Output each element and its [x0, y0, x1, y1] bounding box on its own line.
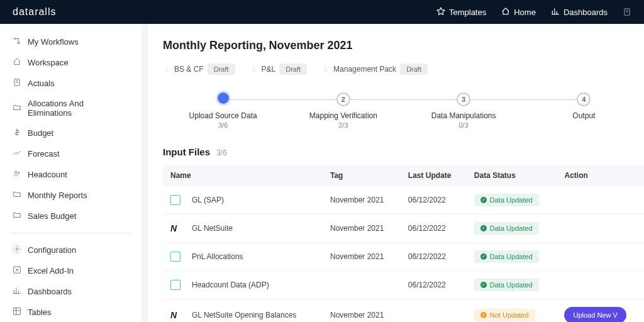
- sidebar-item-excel-add-in[interactable]: Excel Add-In: [0, 260, 142, 281]
- cell-tag: [323, 271, 401, 299]
- table-row: PnL AllocationsNovember 202106/12/2022Da…: [163, 243, 644, 271]
- trend-icon: [13, 148, 21, 159]
- cell-updated: 06/12/2022: [401, 271, 467, 299]
- sidebar-item-budget[interactable]: Budget: [0, 123, 142, 143]
- input-files-table: NameTagLast UpdateData StatusAction GL (…: [163, 165, 644, 322]
- topnav-dashboards[interactable]: Dashboards: [551, 7, 608, 18]
- breadcrumb: BS & CFDraftP&LDraftManagement PackDraft: [163, 64, 644, 75]
- cell-updated: 06/12/2022: [401, 186, 467, 214]
- step-3[interactable]: 3Data Manipulations0/3: [404, 92, 524, 129]
- upload-button[interactable]: Upload New V: [564, 307, 626, 322]
- download-icon: [163, 65, 170, 74]
- step-4[interactable]: 4Output: [524, 92, 644, 120]
- sidebar-item-dashboards[interactable]: Dashboards: [0, 281, 142, 302]
- sidebar-item-label: Sales Budget: [28, 211, 76, 221]
- dollar-icon: [13, 128, 21, 138]
- svg-point-1: [14, 38, 15, 39]
- status-dot-icon: [480, 312, 487, 318]
- sidebar-item-headcount[interactable]: Headcount: [0, 164, 142, 185]
- sidebar-item-allocations-and-eliminations[interactable]: Allocations And Eliminations: [0, 94, 142, 123]
- netsuite-icon: N: [170, 223, 180, 233]
- sidebar: My WorkflowsWorkspaceActualsAllocations …: [0, 24, 142, 322]
- breadcrumb-p-l[interactable]: P&LDraft: [250, 64, 308, 75]
- col-last-update: Last Update: [401, 165, 467, 186]
- status-dot-icon: [480, 253, 487, 260]
- status-pill: Data Updated: [474, 250, 539, 263]
- step-2[interactable]: 2Mapping Verification2/3: [283, 92, 403, 129]
- stepper: Upload Source Data3/62Mapping Verificati…: [163, 92, 644, 129]
- breadcrumb-bs-cf[interactable]: BS & CFDraft: [163, 64, 235, 75]
- sidebar-item-label: Actuals: [28, 79, 55, 88]
- sidebar-item-label: Excel Add-In: [28, 266, 74, 275]
- sidebar-item-configuration[interactable]: Configuration: [0, 240, 142, 260]
- file-icon: [170, 195, 180, 205]
- gear-icon: [13, 245, 21, 255]
- step-circle: 4: [577, 92, 591, 106]
- sidebar-item-label: Monthly Reports: [28, 191, 87, 200]
- sidebar-item-my-workflows[interactable]: My Workflows: [0, 31, 142, 52]
- step-count: 0/3: [404, 121, 524, 129]
- step-label: Output: [524, 111, 644, 120]
- col-data-status: Data Status: [467, 165, 557, 186]
- file-icon: [170, 252, 180, 262]
- page-title: Monthly Reporting, November 2021: [163, 39, 644, 52]
- doc-icon: [13, 78, 21, 89]
- table-row: NGL NetSuite Opening BalancesNovember 20…: [163, 299, 644, 323]
- sidebar-item-tables[interactable]: Tables: [0, 302, 142, 322]
- sidebar-item-label: Tables: [28, 308, 52, 317]
- file-icon: [170, 280, 180, 290]
- house-icon: [13, 57, 21, 68]
- col-name: Name: [163, 165, 323, 186]
- status-pill: Data Updated: [474, 194, 539, 206]
- excel-icon: [13, 265, 21, 276]
- file-name: Headcount Data (ADP): [192, 280, 269, 289]
- sidebar-item-monthly-reports[interactable]: Monthly Reports: [0, 185, 142, 206]
- topnav-home[interactable]: Home: [501, 7, 536, 18]
- sidebar-item-label: Dashboards: [28, 287, 72, 296]
- sidebar-item-label: Workspace: [28, 58, 69, 67]
- step-count: 2/3: [283, 121, 403, 129]
- download-icon: [322, 65, 330, 74]
- folder-icon: [13, 190, 21, 201]
- file-name: GL NetSuite Opening Balances: [192, 311, 296, 319]
- cell-tag: November 2021: [323, 186, 401, 214]
- flow-icon: [13, 36, 21, 47]
- brand-logo: dataralls: [13, 6, 56, 18]
- sidebar-item-actuals[interactable]: Actuals: [0, 73, 142, 94]
- chart-icon: [551, 7, 560, 18]
- table-row: NGL NetSuiteNovember 202106/12/2022Data …: [163, 214, 644, 243]
- sidebar-item-label: Configuration: [28, 245, 76, 255]
- input-files-title: Input Files 3/6: [163, 147, 644, 157]
- cell-tag: November 2021: [323, 299, 401, 323]
- step-label: Data Manipulations: [404, 111, 524, 120]
- status-badge: Draft: [208, 64, 235, 75]
- topnav-templates[interactable]: Templates: [436, 7, 486, 18]
- status-dot-icon: [480, 225, 487, 231]
- download-icon: [250, 65, 258, 74]
- cell-updated: 06/12/2022: [401, 243, 467, 271]
- file-name: GL (SAP): [192, 196, 224, 204]
- step-circle: 3: [457, 92, 470, 106]
- svg-point-4: [15, 171, 18, 174]
- status-dot-icon: [480, 197, 487, 203]
- sidebar-item-forecast[interactable]: Forecast: [0, 143, 142, 164]
- cell-tag: November 2021: [323, 214, 401, 243]
- star-icon: [436, 7, 445, 18]
- people-icon: [13, 169, 21, 180]
- cell-updated: [401, 299, 467, 323]
- home-icon: [501, 7, 510, 18]
- sidebar-item-label: Forecast: [28, 149, 60, 158]
- top-nav: TemplatesHomeDashboards: [436, 7, 631, 18]
- step-1[interactable]: Upload Source Data3/6: [163, 92, 283, 129]
- file-name: PnL Allocations: [192, 252, 243, 261]
- breadcrumb-management-pack[interactable]: Management PackDraft: [322, 64, 428, 75]
- svg-point-5: [18, 172, 19, 174]
- step-circle: [218, 92, 229, 104]
- topnav-doc-icon[interactable]: [623, 8, 631, 16]
- step-label: Upload Source Data: [163, 111, 283, 120]
- chart-icon: [13, 286, 21, 297]
- step-circle: 2: [336, 92, 350, 106]
- sidebar-item-sales-budget[interactable]: Sales Budget: [0, 206, 142, 226]
- sidebar-item-label: My Workflows: [28, 37, 79, 47]
- sidebar-item-workspace[interactable]: Workspace: [0, 52, 142, 73]
